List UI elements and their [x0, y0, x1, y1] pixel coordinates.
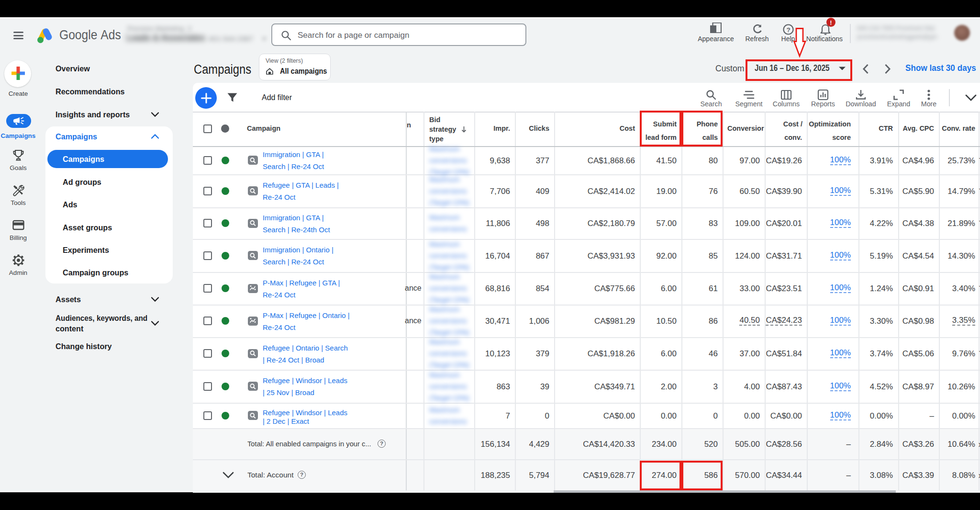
- svg-text:?: ?: [786, 26, 790, 34]
